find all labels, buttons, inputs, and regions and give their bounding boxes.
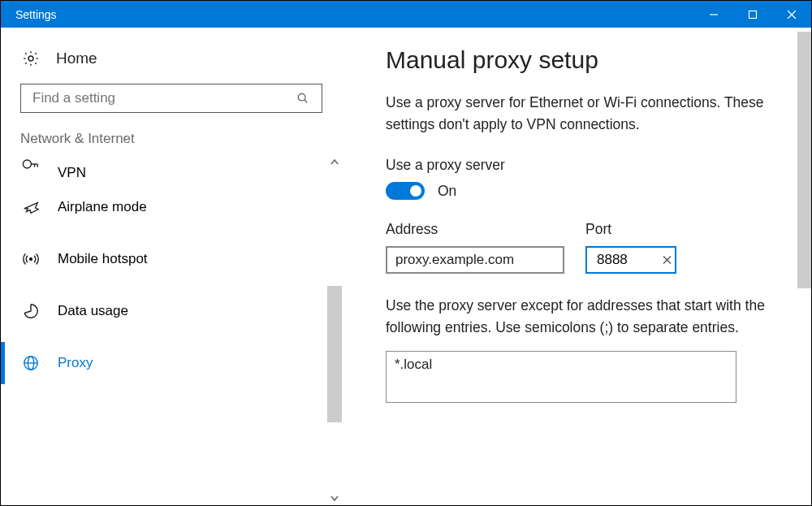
sidebar-item-mobile-hotspot[interactable]: Mobile hotspot xyxy=(1,233,342,285)
maximize-button[interactable] xyxy=(733,1,772,28)
settings-content: Manual proxy setup Use a proxy server fo… xyxy=(342,28,811,505)
exceptions-value: *.local xyxy=(395,357,432,372)
settings-window: Settings Home xyxy=(0,0,812,506)
sidebar-item-proxy[interactable]: Proxy xyxy=(1,337,342,389)
page-title: Manual proxy setup xyxy=(386,46,767,74)
port-field[interactable] xyxy=(595,251,652,269)
home-label: Home xyxy=(56,50,97,67)
window-title: Settings xyxy=(15,8,57,21)
exceptions-textarea[interactable]: *.local xyxy=(386,351,736,403)
chevron-up-icon[interactable] xyxy=(327,155,342,170)
sidebar-item-label: Airplane mode xyxy=(58,199,147,215)
clear-icon[interactable] xyxy=(663,253,672,267)
title-bar: Settings xyxy=(1,1,811,28)
sidebar-section-header: Network & Internet xyxy=(1,128,342,155)
minimize-button[interactable] xyxy=(694,1,733,28)
port-label: Port xyxy=(585,221,676,238)
sidebar-item-vpn[interactable]: VPN xyxy=(1,155,342,181)
sidebar-nav-scroll: VPN Airplane mode xyxy=(1,155,342,505)
sidebar-item-label: Proxy xyxy=(58,355,93,371)
svg-point-4 xyxy=(28,56,33,61)
toggle-state-text: On xyxy=(438,183,456,200)
settings-sidebar: Home Network & Internet xyxy=(1,28,342,505)
data-usage-icon xyxy=(22,302,40,320)
svg-point-8 xyxy=(30,258,32,261)
gear-icon xyxy=(22,50,40,67)
window-body: Home Network & Internet xyxy=(1,28,811,505)
address-value: proxy.example.com xyxy=(395,252,514,268)
hotspot-icon xyxy=(22,250,40,268)
svg-rect-1 xyxy=(749,11,757,18)
sidebar-item-home[interactable]: Home xyxy=(1,43,342,74)
search-input[interactable] xyxy=(20,84,322,113)
sidebar-item-label: Mobile hotspot xyxy=(58,251,148,267)
sidebar-item-label: VPN xyxy=(58,165,86,181)
address-label: Address xyxy=(386,221,564,238)
sidebar-nav-list: VPN Airplane mode xyxy=(1,155,342,505)
svg-point-5 xyxy=(298,93,305,101)
window-controls xyxy=(694,1,811,28)
sidebar-item-label: Data usage xyxy=(58,303,128,319)
sidebar-scrollbar-thumb[interactable] xyxy=(327,286,342,422)
chevron-down-icon[interactable] xyxy=(327,491,342,505)
close-button[interactable] xyxy=(772,1,811,28)
content-scrollbar-thumb[interactable] xyxy=(797,32,812,288)
vpn-lock-icon xyxy=(22,155,40,173)
page-description: Use a proxy server for Ethernet or Wi-Fi… xyxy=(386,92,767,136)
search-field[interactable] xyxy=(31,89,294,107)
globe-icon xyxy=(22,354,40,372)
exceptions-description: Use the proxy server except for addresse… xyxy=(386,295,767,339)
svg-point-7 xyxy=(23,160,31,168)
content-scrollbar-track[interactable] xyxy=(797,32,812,502)
use-proxy-label: Use a proxy server xyxy=(386,157,767,174)
sidebar-item-airplane-mode[interactable]: Airplane mode xyxy=(1,181,342,233)
airplane-icon xyxy=(22,198,40,216)
search-icon xyxy=(294,89,312,107)
sidebar-scrollbar-track[interactable] xyxy=(327,155,342,505)
svg-line-6 xyxy=(304,100,307,102)
sidebar-item-data-usage[interactable]: Data usage xyxy=(1,285,342,337)
use-proxy-toggle[interactable] xyxy=(386,182,425,200)
address-input[interactable]: proxy.example.com xyxy=(386,246,564,274)
